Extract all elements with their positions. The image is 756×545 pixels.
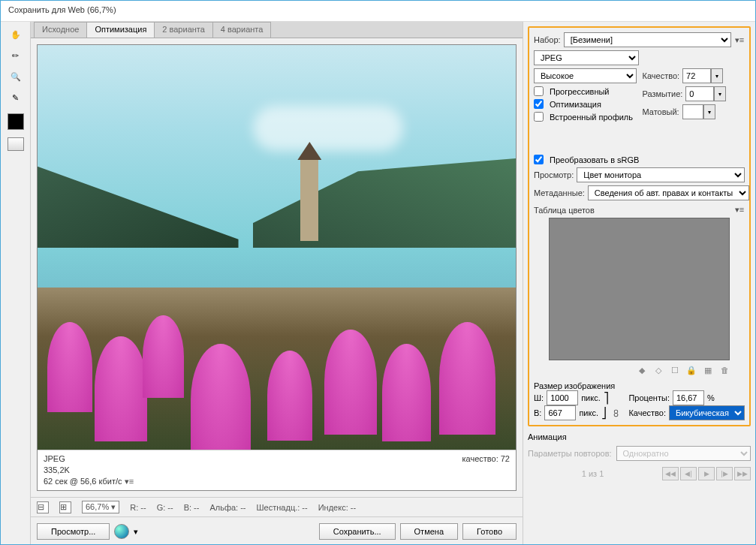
eyedropper-tool-icon[interactable]: ✎ — [6, 89, 26, 106]
tab-optimized[interactable]: Оптимизация — [86, 22, 155, 38]
metadata-select[interactable]: Сведения об авт. правах и контакты — [588, 185, 749, 200]
preset-label: Набор: — [534, 35, 561, 44]
quality-preset-select[interactable]: Высокое — [534, 68, 637, 83]
constrain-link-icon[interactable]: 𝟾 — [613, 407, 619, 420]
speed-menu-icon[interactable]: ▾≡ — [125, 477, 134, 486]
lock-color-icon[interactable]: ◆ — [637, 365, 647, 375]
preview-button[interactable]: Просмотр... — [37, 523, 110, 540]
color-table-menu-icon[interactable]: ▾≡ — [734, 205, 745, 215]
browser-preview-icon[interactable] — [114, 524, 129, 539]
slice-tool-icon[interactable]: ✏ — [6, 47, 26, 64]
view-tabs: Исходное Оптимизация 2 варианта 4 вариан… — [31, 22, 523, 38]
new-color-icon[interactable]: ▦ — [703, 365, 713, 375]
blur-input[interactable] — [685, 86, 714, 101]
last-frame-icon: ▶▶ — [734, 467, 751, 480]
srgb-checkbox[interactable] — [534, 155, 544, 164]
width-input[interactable] — [547, 390, 578, 405]
format-readout: JPEG — [44, 454, 65, 463]
done-button[interactable]: Готово — [462, 523, 517, 540]
delete-color-icon[interactable]: 🗑 — [719, 365, 730, 375]
preset-select[interactable]: [Безимени] — [564, 32, 731, 47]
tab-original[interactable]: Исходное — [34, 22, 87, 38]
download-time-readout: 62 сек @ 56,6 кбит/с — [44, 477, 122, 486]
progressive-checkbox[interactable] — [534, 86, 544, 96]
tab-4up[interactable]: 4 варианта — [212, 22, 272, 38]
prev-frame-btn-icon: ◀| — [680, 467, 697, 480]
left-toolbar: ✋ ✏ 🔍 ✎ — [1, 22, 31, 545]
hand-tool-icon[interactable]: ✋ — [6, 26, 26, 43]
preset-menu-icon[interactable]: ▾≡ — [734, 35, 745, 45]
next-frame-icon[interactable]: ⊞ — [59, 501, 71, 513]
next-frame-btn-icon: |▶ — [716, 467, 733, 480]
first-frame-icon: ◀◀ — [662, 467, 679, 480]
quality-input[interactable] — [682, 68, 711, 83]
preview-mode-select[interactable]: Цвет монитора — [577, 167, 745, 182]
embed-profile-checkbox[interactable] — [534, 112, 544, 122]
zoom-select[interactable]: 66,7% ▾ — [82, 501, 119, 513]
image-size-label: Размер изображения — [534, 381, 745, 390]
dialog-footer: Просмотр... ▾ Сохранить... Отмена Готово — [31, 516, 523, 545]
prev-frame-icon[interactable]: ⊟ — [37, 501, 49, 513]
color-swatch[interactable] — [8, 113, 24, 130]
status-bar: ⊟ ⊞ 66,7% ▾ R: --G: --B: -- Альфа: --Шес… — [31, 497, 523, 516]
zoom-tool-icon[interactable]: 🔍 — [6, 68, 26, 85]
tab-2up[interactable]: 2 варианта — [154, 22, 213, 38]
quality-stepper-icon[interactable]: ▾ — [711, 68, 723, 83]
resample-select[interactable]: Бикубическая — [669, 405, 745, 420]
optimized-checkbox[interactable] — [534, 99, 544, 109]
map-transparency-icon[interactable]: ☐ — [670, 365, 680, 375]
matte-swatch[interactable] — [682, 104, 703, 119]
save-button[interactable]: Сохранить... — [319, 523, 396, 540]
preview-canvas[interactable] — [38, 45, 516, 450]
add-color-icon[interactable]: 🔒 — [686, 365, 697, 375]
cancel-button[interactable]: Отмена — [400, 523, 458, 540]
format-select[interactable]: JPEG — [534, 50, 639, 65]
color-table-label: Таблица цветов — [534, 206, 595, 215]
height-input[interactable] — [544, 405, 576, 420]
shift-color-icon[interactable]: ◇ — [653, 365, 664, 375]
animation-label: Анимация — [528, 432, 751, 441]
color-table[interactable] — [549, 218, 730, 360]
loop-select: Однократно — [616, 446, 751, 461]
toggle-slices-icon[interactable] — [8, 137, 24, 151]
preview-info: качество: 72JPEG 335,2K 62 сек @ 56,6 кб… — [38, 450, 516, 490]
percent-input[interactable] — [673, 390, 704, 405]
quality-readout: качество: 72 — [462, 453, 510, 465]
window-title: Сохранить для Web (66,7%) — [1, 1, 755, 22]
play-icon: ▶ — [698, 467, 715, 480]
filesize-readout: 335,2K — [44, 465, 510, 476]
frame-counter: 1 из 1 — [528, 469, 658, 478]
